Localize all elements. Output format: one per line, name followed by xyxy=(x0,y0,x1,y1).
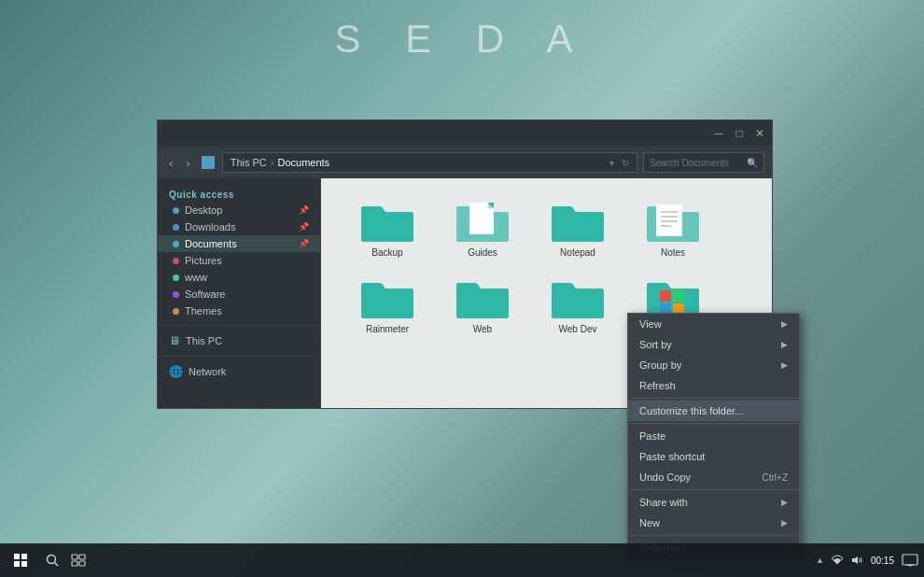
pin-icon-downloads: 📌 xyxy=(299,222,309,232)
network-icon: 🌐 xyxy=(169,365,183,378)
folder-rainmeter-label: Rainmeter xyxy=(366,323,409,335)
breadcrumb-dropdown[interactable]: ▾ xyxy=(609,158,614,168)
start-sq-1 xyxy=(14,554,20,559)
documents-dot xyxy=(173,241,179,247)
context-menu: View ▶ Sort by ▶ Group by ▶ Refresh Cust… xyxy=(627,313,800,559)
sidebar: Quick access Desktop 📌 Downloads 📌 Docum… xyxy=(158,178,321,408)
ctx-paste[interactable]: Paste xyxy=(628,426,799,446)
folder-webdev-label: Web Dev xyxy=(559,323,597,335)
ctx-sep-1 xyxy=(628,398,799,399)
search-icon: 🔍 xyxy=(747,158,758,168)
folder-backup[interactable]: Backup xyxy=(345,197,429,259)
close-button[interactable]: ✕ xyxy=(753,127,766,140)
refresh-icon[interactable]: ↻ xyxy=(622,158,629,168)
toolbar: ‹ › This PC › Documents ▾ ↻ 🔍 xyxy=(158,147,772,178)
start-button[interactable] xyxy=(6,545,35,575)
svg-rect-16 xyxy=(72,561,77,566)
taskbar-up-arrow[interactable]: ▲ xyxy=(816,556,824,565)
folder-notepad-label: Notepad xyxy=(560,246,595,259)
sidebar-divider-1 xyxy=(158,325,320,326)
sidebar-item-desktop[interactable]: Desktop 📌 xyxy=(158,202,320,218)
ctx-sep-3 xyxy=(628,489,799,490)
pictures-dot xyxy=(173,258,179,264)
breadcrumb-thispc[interactable]: This PC xyxy=(231,157,267,168)
forward-button[interactable]: › xyxy=(182,154,193,172)
ctx-sort-by[interactable]: Sort by ▶ xyxy=(628,334,799,355)
pin-icon-desktop: 📌 xyxy=(299,205,309,215)
taskbar: ▲ 00:15 xyxy=(0,543,924,577)
folder-web[interactable]: Web xyxy=(441,274,525,347)
folder-notepad[interactable]: Notepad xyxy=(536,197,620,259)
minimize-button[interactable]: ─ xyxy=(712,127,725,140)
svg-marker-18 xyxy=(852,556,858,564)
themes-dot xyxy=(173,308,179,315)
folder-web-label: Web xyxy=(473,323,492,335)
folder-guides-label: Guides xyxy=(468,246,497,259)
quick-access-label: Quick access xyxy=(158,186,320,202)
sidebar-item-software[interactable]: Software xyxy=(158,286,320,303)
sidebar-item-themes[interactable]: Themes xyxy=(158,303,320,319)
sidebar-item-network[interactable]: 🌐 Network xyxy=(158,362,320,381)
taskbar-search-button[interactable] xyxy=(39,547,65,573)
network-tray-icon xyxy=(830,555,845,566)
search-box: 🔍 xyxy=(643,152,764,173)
ctx-customize[interactable]: Customize this folder... xyxy=(628,401,799,421)
folder-backup-label: Backup xyxy=(371,246,402,259)
ctx-groupby-arrow: ▶ xyxy=(781,360,788,370)
folder-guides[interactable]: Guides xyxy=(441,197,525,259)
maximize-button[interactable]: □ xyxy=(733,127,746,140)
svg-line-13 xyxy=(55,563,59,567)
folder-webdev[interactable]: Web Dev xyxy=(536,274,620,347)
sidebar-item-pictures[interactable]: Pictures xyxy=(158,252,320,269)
svg-rect-15 xyxy=(79,555,85,559)
task-view-icon xyxy=(71,554,86,567)
sidebar-item-www[interactable]: www xyxy=(158,269,320,286)
ctx-refresh[interactable]: Refresh xyxy=(628,375,799,396)
ctx-undo-copy[interactable]: Undo Copy Ctrl+Z xyxy=(628,467,799,487)
taskbar-time: 00:15 xyxy=(871,556,894,566)
taskbar-right: ▲ 00:15 xyxy=(816,554,918,567)
breadcrumb: This PC › Documents ▾ ↻ xyxy=(222,152,637,173)
ctx-sep-2 xyxy=(628,423,799,424)
svg-rect-17 xyxy=(79,561,85,566)
taskbar-task-view-button[interactable] xyxy=(65,547,91,573)
svg-rect-8 xyxy=(660,290,671,302)
start-sq-3 xyxy=(14,561,20,567)
downloads-dot xyxy=(173,224,179,231)
ctx-new-arrow: ▶ xyxy=(781,518,788,528)
folder-rainmeter[interactable]: Rainmeter xyxy=(345,274,429,347)
svg-rect-14 xyxy=(72,555,77,559)
volume-tray-icon xyxy=(850,555,863,566)
back-button[interactable]: ‹ xyxy=(165,154,176,172)
show-desktop-icon[interactable] xyxy=(902,554,918,567)
ctx-view-arrow: ▶ xyxy=(781,319,788,329)
ctx-sortby-arrow: ▶ xyxy=(781,340,788,349)
www-dot xyxy=(173,274,179,281)
thispc-icon: 🖥 xyxy=(169,334,180,347)
folder-notes-label: Notes xyxy=(661,246,685,259)
pin-icon-documents: 📌 xyxy=(299,239,309,248)
title-bar: ─ □ ✕ xyxy=(158,120,772,147)
svg-rect-19 xyxy=(903,555,917,565)
ctx-paste-shortcut[interactable]: Paste shortcut xyxy=(628,446,799,467)
location-icon xyxy=(202,156,215,169)
sidebar-item-downloads[interactable]: Downloads 📌 xyxy=(158,218,320,235)
breadcrumb-documents[interactable]: Documents xyxy=(277,157,329,168)
start-grid-icon xyxy=(14,554,27,567)
search-icon xyxy=(46,554,59,567)
ctx-share-with[interactable]: Share with ▶ xyxy=(628,492,799,513)
ctx-sep-4 xyxy=(628,535,799,536)
svg-rect-9 xyxy=(673,290,684,302)
sidebar-item-documents[interactable]: Documents 📌 xyxy=(158,235,320,252)
ctx-view[interactable]: View ▶ xyxy=(628,314,799,334)
sidebar-divider-2 xyxy=(158,356,320,357)
breadcrumb-sep1: › xyxy=(271,157,274,168)
folder-notes[interactable]: Notes xyxy=(631,197,715,259)
ctx-new[interactable]: New ▶ xyxy=(628,513,799,533)
ctx-group-by[interactable]: Group by ▶ xyxy=(628,355,799,375)
sidebar-item-thispc[interactable]: 🖥 This PC xyxy=(158,331,320,350)
taskbar-system-icons: ▲ xyxy=(816,555,863,566)
search-input[interactable] xyxy=(650,158,743,168)
start-sq-4 xyxy=(21,561,27,567)
start-sq-2 xyxy=(21,554,27,559)
